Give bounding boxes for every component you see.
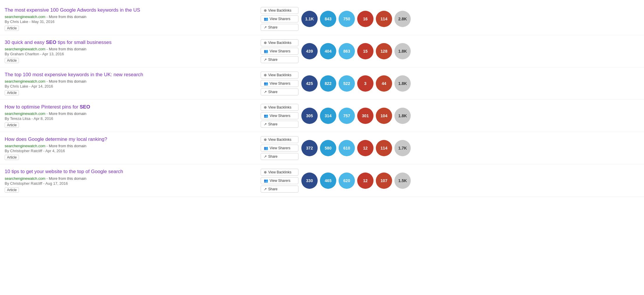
result-right: ⊕View Backlinks👥View Sharers↗Share1.1K84…	[261, 7, 639, 31]
metric-circle[interactable]: 750	[339, 11, 355, 27]
sharers-icon: 👥	[264, 146, 268, 150]
share-button[interactable]: ↗Share	[261, 153, 298, 160]
backlinks-label: View Backlinks	[268, 8, 291, 13]
metric-circle[interactable]: 15	[357, 43, 373, 59]
share-label: Share	[268, 90, 277, 94]
result-tag: Article	[5, 187, 19, 193]
result-domain[interactable]: searchenginewatch.com - More from this d…	[5, 176, 252, 181]
share-icon: ↗	[264, 25, 267, 29]
result-right: ⊕View Backlinks👥View Sharers↗Share330465…	[261, 169, 639, 193]
view-backlinks-button[interactable]: ⊕View Backlinks	[261, 104, 298, 111]
backlinks-label: View Backlinks	[268, 73, 291, 77]
metric-circle[interactable]: 114	[376, 11, 392, 27]
metric-circle[interactable]: 1.8K	[394, 43, 411, 59]
metric-circle[interactable]: 522	[339, 75, 355, 92]
metric-circle[interactable]: 1.8K	[394, 108, 411, 124]
share-icon: ↗	[264, 122, 267, 126]
share-label: Share	[268, 187, 277, 191]
sharers-label: View Sharers	[270, 179, 290, 183]
result-domain[interactable]: searchenginewatch.com - More from this d…	[5, 15, 252, 19]
metric-circle[interactable]: 465	[320, 173, 336, 189]
backlinks-label: View Backlinks	[268, 105, 291, 109]
metric-circle[interactable]: 305	[301, 108, 318, 124]
metric-circle[interactable]: 16	[357, 11, 373, 27]
share-button[interactable]: ↗Share	[261, 121, 298, 128]
share-icon: ↗	[264, 58, 267, 62]
metric-circle[interactable]: 301	[357, 108, 373, 124]
view-sharers-button[interactable]: 👥View Sharers	[261, 145, 298, 152]
metric-circle[interactable]: 843	[320, 11, 336, 27]
action-buttons: ⊕View Backlinks👥View Sharers↗Share	[261, 72, 298, 95]
result-domain[interactable]: searchenginewatch.com - More from this d…	[5, 79, 252, 83]
metric-circle[interactable]: 439	[301, 43, 318, 59]
share-button[interactable]: ↗Share	[261, 24, 298, 31]
view-backlinks-button[interactable]: ⊕View Backlinks	[261, 39, 298, 46]
result-title-link[interactable]: The most expensive 100 Google Adwords ke…	[5, 7, 140, 13]
metric-circle[interactable]: 620	[339, 173, 355, 189]
metric-circle[interactable]: 104	[376, 108, 392, 124]
view-backlinks-button[interactable]: ⊕View Backlinks	[261, 169, 298, 176]
view-sharers-button[interactable]: 👥View Sharers	[261, 112, 298, 119]
metric-circle[interactable]: 757	[339, 108, 355, 124]
metric-circle[interactable]: 610	[339, 140, 355, 156]
result-title-link[interactable]: How to optimise Pinterest pins for SEO	[5, 104, 90, 110]
metric-circle[interactable]: 1.7K	[394, 140, 411, 156]
result-title: 10 tips to get your website to the top o…	[5, 168, 252, 175]
result-tag: Article	[5, 58, 19, 63]
metric-circle[interactable]: 1.5K	[394, 173, 411, 189]
metric-circle[interactable]: 12	[357, 173, 373, 189]
metric-circle[interactable]: 128	[376, 43, 392, 59]
metric-circle[interactable]: 404	[320, 43, 336, 59]
result-meta: By Graham Charlton - Apr 13, 2016	[5, 52, 252, 56]
metrics: 4258225223441.8K	[301, 75, 411, 92]
metric-circle[interactable]: 330	[301, 173, 318, 189]
result-title: How to optimise Pinterest pins for SEO	[5, 104, 252, 110]
result-left: The top 100 most expensive keywords in t…	[5, 72, 261, 95]
view-backlinks-button[interactable]: ⊕View Backlinks	[261, 72, 298, 79]
sharers-label: View Sharers	[270, 114, 290, 118]
results-container: The most expensive 100 Google Adwords ke…	[0, 0, 644, 200]
view-sharers-button[interactable]: 👥View Sharers	[261, 177, 298, 184]
view-sharers-button[interactable]: 👥View Sharers	[261, 80, 298, 87]
metric-circle[interactable]: 314	[320, 108, 336, 124]
share-button[interactable]: ↗Share	[261, 186, 298, 193]
view-sharers-button[interactable]: 👥View Sharers	[261, 15, 298, 22]
backlinks-icon: ⊕	[264, 8, 267, 13]
share-button[interactable]: ↗Share	[261, 88, 298, 95]
sharers-label: View Sharers	[270, 81, 290, 86]
result-right: ⊕View Backlinks👥View Sharers↗Share305314…	[261, 104, 639, 128]
metric-circle[interactable]: 863	[339, 43, 355, 59]
metric-circle[interactable]: 372	[301, 140, 318, 156]
metric-circle[interactable]: 114	[376, 140, 392, 156]
view-backlinks-button[interactable]: ⊕View Backlinks	[261, 7, 298, 14]
result-domain[interactable]: searchenginewatch.com - More from this d…	[5, 144, 252, 148]
result-title-link[interactable]: How does Google determine my local ranki…	[5, 136, 107, 142]
metric-circle[interactable]: 107	[376, 173, 392, 189]
view-sharers-button[interactable]: 👥View Sharers	[261, 48, 298, 55]
result-title-link[interactable]: 30 quick and easy SEO tips for small bus…	[5, 40, 112, 45]
backlinks-label: View Backlinks	[268, 138, 291, 142]
metric-circle[interactable]: 1.8K	[394, 75, 411, 92]
action-buttons: ⊕View Backlinks👥View Sharers↗Share	[261, 104, 298, 128]
share-label: Share	[268, 58, 277, 62]
result-domain[interactable]: searchenginewatch.com - More from this d…	[5, 47, 252, 51]
metric-circle[interactable]: 3	[357, 75, 373, 92]
share-icon: ↗	[264, 90, 267, 94]
share-label: Share	[268, 25, 277, 29]
result-title-link[interactable]: The top 100 most expensive keywords in t…	[5, 72, 143, 77]
result-right: ⊕View Backlinks👥View Sharers↗Share439404…	[261, 39, 639, 63]
metric-circle[interactable]: 822	[320, 75, 336, 92]
metric-circle[interactable]: 2.8K	[394, 11, 411, 27]
result-domain[interactable]: searchenginewatch.com - More from this d…	[5, 111, 252, 116]
metric-circle[interactable]: 425	[301, 75, 318, 92]
share-button[interactable]: ↗Share	[261, 56, 298, 63]
backlinks-icon: ⊕	[264, 73, 267, 77]
metrics: 330465620121071.5K	[301, 173, 411, 189]
metric-circle[interactable]: 44	[376, 75, 392, 92]
sharers-label: View Sharers	[270, 49, 290, 53]
result-title-link[interactable]: 10 tips to get your website to the top o…	[5, 169, 123, 174]
metric-circle[interactable]: 580	[320, 140, 336, 156]
metric-circle[interactable]: 1.1K	[301, 11, 318, 27]
view-backlinks-button[interactable]: ⊕View Backlinks	[261, 136, 298, 143]
metric-circle[interactable]: 12	[357, 140, 373, 156]
